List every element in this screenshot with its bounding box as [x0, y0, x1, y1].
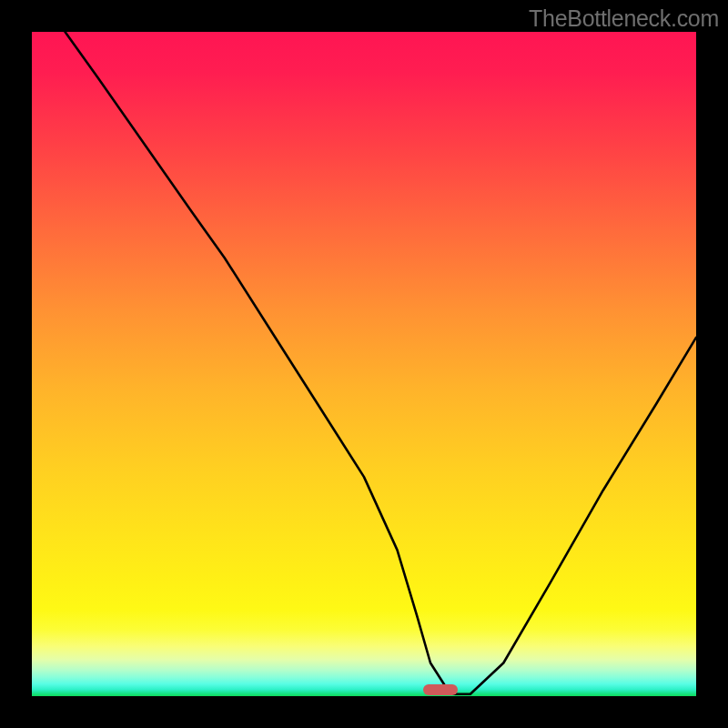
- line-curve: [32, 32, 696, 696]
- optimum-marker: [423, 684, 458, 695]
- plot-area: [32, 32, 696, 696]
- chart-canvas: TheBottleneck.com: [0, 0, 728, 728]
- attribution-text: TheBottleneck.com: [529, 5, 719, 32]
